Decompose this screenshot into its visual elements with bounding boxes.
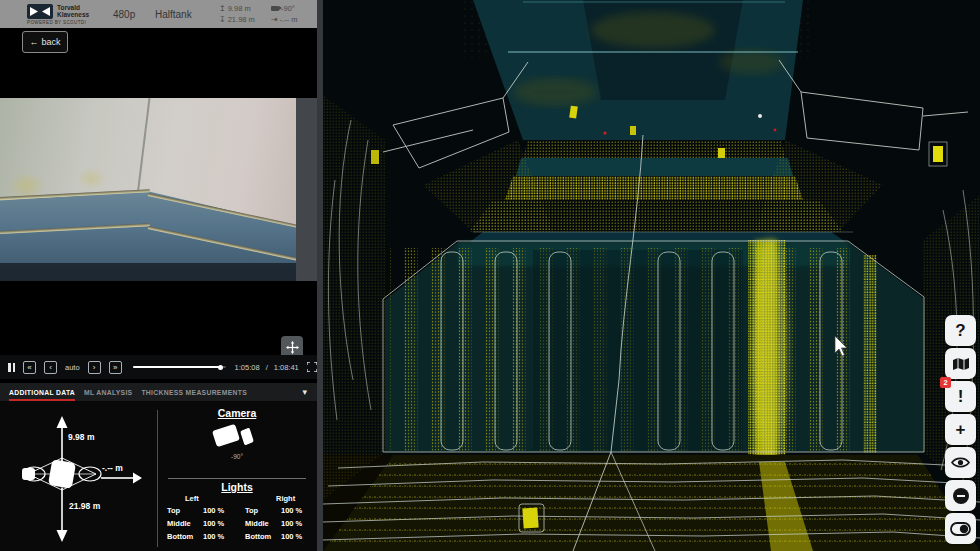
telemetry-readout: ↥ 9.98 m -90° ↧ 21.98 m ⇥ -.-- m	[219, 3, 315, 25]
step-forward-button[interactable]: ›	[88, 361, 101, 374]
lights-right-value: 100 %	[281, 519, 302, 528]
back-button[interactable]: ← back	[22, 31, 68, 53]
lights-row-label: Middle	[245, 519, 269, 528]
eye-icon	[951, 456, 970, 469]
help-button[interactable]: ?	[945, 315, 976, 346]
lights-right-value: 100 %	[281, 506, 302, 515]
time-display: 1:05:08 / 1:08:41	[235, 363, 299, 372]
fullscreen-icon	[307, 362, 317, 372]
camera-section-title: Camera	[157, 407, 317, 419]
lights-row-label: Bottom	[167, 532, 193, 541]
brand-name-line1: Torvald	[57, 4, 89, 11]
pause-button[interactable]	[8, 363, 15, 372]
toggle-icon	[950, 522, 971, 536]
circle-minus-icon	[952, 487, 970, 505]
forward-distance-icon: ⇥	[271, 14, 278, 25]
progress-fill	[133, 366, 221, 368]
progress-knob[interactable]	[218, 365, 223, 370]
distance-forward-label: -.-- m	[102, 463, 123, 473]
step-back-button[interactable]: ‹	[44, 361, 57, 374]
tab-additional-data[interactable]: ADDITIONAL DATA	[9, 383, 75, 401]
camera-pitch-icon	[271, 6, 279, 11]
brand-logo: Torvald Klaveness POWERED BY SCOUTDI	[27, 4, 89, 25]
current-time: 1:05:08	[235, 363, 260, 372]
plus-icon: +	[956, 421, 966, 438]
contrast-toggle-button[interactable]	[945, 513, 976, 544]
camera-pitch-value: -90°	[281, 3, 295, 14]
tab-thickness-measurements[interactable]: THICKNESS MEASUREMENTS	[141, 383, 247, 401]
alert-icon: !	[958, 388, 964, 405]
lights-right-value: 100 %	[281, 532, 302, 541]
lights-row-label: Top	[245, 506, 258, 515]
video-bottom-shadow	[0, 263, 296, 281]
app-window: Torvald Klaveness POWERED BY SCOUTDI 480…	[0, 0, 980, 551]
back-arrow-icon: ←	[29, 37, 38, 47]
time-separator: /	[266, 363, 268, 372]
help-icon: ?	[955, 322, 965, 339]
map-icon	[952, 357, 970, 371]
forward-distance-value: -.-- m	[280, 14, 298, 25]
lights-right-column-header: Right	[276, 494, 295, 503]
lights-left-value: 100 %	[203, 506, 224, 515]
distance-down-label: 21.98 m	[69, 501, 101, 511]
collapse-panel-button[interactable]: ▾	[302, 387, 307, 397]
map-button[interactable]	[945, 348, 976, 379]
lights-row-label: Top	[167, 506, 180, 515]
playback-mode-label: auto	[65, 363, 80, 372]
drone-top-view-icon	[22, 458, 101, 490]
lights-row-label: Middle	[167, 519, 191, 528]
rewind-button[interactable]: «	[23, 361, 36, 374]
zoom-out-button[interactable]	[945, 480, 976, 511]
drone-distance-diagram: 9.98 m -.-- m 21.98 m	[0, 401, 157, 549]
move-icon	[286, 341, 299, 354]
zoom-in-button[interactable]: +	[945, 414, 976, 445]
distance-to-floor-icon: ↧	[219, 14, 226, 25]
brand-name-line2: Klaveness	[57, 11, 89, 18]
pointcloud-3d-view[interactable]	[323, 0, 980, 551]
alert-count-badge: 2	[940, 377, 951, 388]
lights-left-column-header: Left	[185, 494, 199, 503]
panel-divider	[157, 410, 158, 547]
camera-orientation-icon	[212, 423, 264, 453]
progress-bar[interactable]	[133, 366, 226, 368]
distance-up-label: 9.98 m	[68, 432, 95, 442]
alerts-button[interactable]: ! 2	[945, 381, 976, 412]
powered-by-label: POWERED BY SCOUTDI	[27, 20, 86, 25]
camera-pitch-readout: -90°	[157, 453, 317, 460]
tab-ml-analysis[interactable]: ML ANALYSIS	[84, 383, 132, 401]
visibility-button[interactable]	[945, 447, 976, 478]
lights-row-label: Bottom	[245, 532, 271, 541]
top-status-bar: Torvald Klaveness POWERED BY SCOUTDI 480…	[0, 0, 317, 28]
data-panel-tabbar: ADDITIONAL DATA ML ANALYSIS THICKNESS ME…	[0, 383, 317, 401]
additional-data-panel: 9.98 m -.-- m 21.98 m Camera -90° Lights…	[0, 401, 317, 551]
arrow-right-head	[133, 473, 142, 484]
video-letterbox-gap	[296, 98, 317, 281]
arrow-up-head	[57, 416, 68, 428]
video-player-controls: « ‹ auto › » 1:05:08 / 1:08:41	[0, 355, 317, 379]
arrow-down-head	[57, 530, 68, 542]
distance-to-ceiling-icon: ↥	[219, 3, 226, 14]
duration: 1:08:41	[274, 363, 299, 372]
back-button-label: back	[41, 37, 60, 47]
distance-to-floor-value: 21.98 m	[228, 14, 255, 25]
fullscreen-button[interactable]	[307, 362, 317, 372]
fast-forward-button[interactable]: »	[109, 361, 122, 374]
lights-section-title: Lights	[157, 481, 317, 493]
lights-left-value: 100 %	[203, 532, 224, 541]
klaveness-flag-icon	[27, 4, 53, 19]
video-feed[interactable]	[0, 98, 296, 281]
lights-left-value: 100 %	[203, 519, 224, 528]
stream-quality-label: 480p	[113, 9, 135, 20]
distance-to-ceiling-value: 9.98 m	[228, 3, 251, 14]
view-mode-label: Halftank	[155, 9, 192, 20]
section-divider	[168, 478, 306, 479]
